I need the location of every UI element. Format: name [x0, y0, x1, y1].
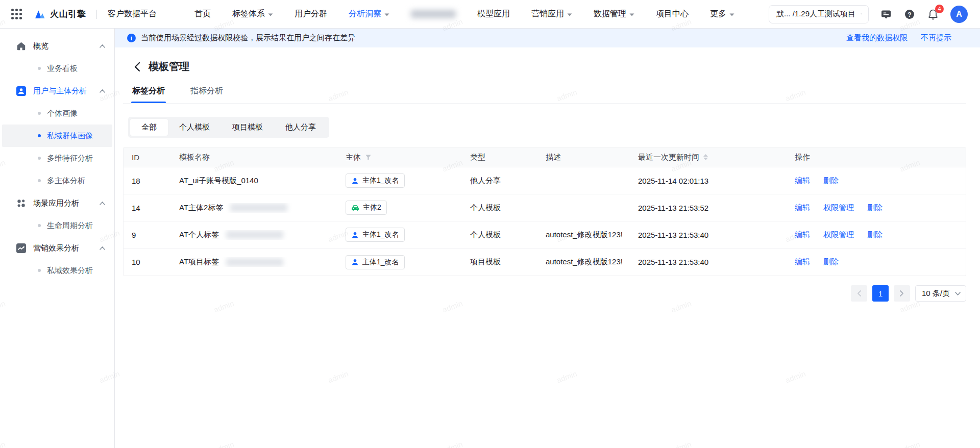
delete-link[interactable]: 删除: [823, 257, 839, 267]
chevron-down-icon: [861, 12, 862, 16]
sidebar-item[interactable]: 私域群体画像: [2, 125, 112, 147]
sidebar-item[interactable]: 多维特征分析: [2, 147, 112, 169]
sidebar-group-user[interactable]: 用户与主体分析: [0, 80, 114, 102]
redacted-text: [226, 231, 283, 239]
edit-link[interactable]: 编辑: [795, 176, 810, 186]
cell-type: 项目模板: [462, 257, 537, 267]
redacted-text: [411, 10, 456, 18]
sidebar-item[interactable]: 多主体分析: [2, 169, 112, 192]
next-page-button[interactable]: [894, 285, 910, 302]
project-selector[interactable]: 默... /1.29人工测试项目: [769, 5, 869, 23]
cell-id: 14: [124, 204, 171, 212]
table-row: 9AT个人标签主体1_改名个人模板autotest_修改模版123!2025-1…: [124, 221, 966, 248]
template-table: ID模板名称主体类型描述最近一次更新时间操作 18AT_ui子账号模版_0140…: [123, 147, 966, 276]
page-number-button[interactable]: 1: [872, 285, 889, 302]
sidebar-item-label: 生命周期分析: [47, 221, 93, 231]
filter-segment[interactable]: 项目模板: [221, 119, 274, 136]
sidebar-item-label: 个体画像: [47, 109, 78, 118]
feedback-icon[interactable]: [880, 8, 892, 20]
table-body: 18AT_ui子账号模版_0140主体1_改名他人分享2025-11-14 02…: [124, 167, 966, 276]
sidebar-item[interactable]: 个体画像: [2, 102, 112, 125]
sidebar-item-label: 多维特征分析: [47, 154, 93, 163]
column-header: 操作: [787, 153, 966, 162]
cell-id: 9: [124, 231, 171, 239]
column-header: 类型: [462, 153, 537, 162]
edit-link[interactable]: 编辑: [795, 257, 810, 267]
dismiss-banner-link[interactable]: 不再提示: [921, 33, 951, 43]
nav-right-cluster: 默... /1.29人工测试项目 ? 4 A: [769, 5, 968, 23]
sidebar-group-apps[interactable]: 场景应用分析: [0, 192, 114, 214]
platform-name: 客户数据平台: [108, 9, 157, 19]
sidebar-group-label: 概览: [33, 41, 92, 51]
redacted-text: [230, 204, 287, 212]
nav-menu: 首页标签体系用户分群分析洞察模型应用营销应用数据管理项目中心更多: [194, 9, 734, 19]
pagination: 1 10 条/页: [123, 285, 966, 302]
page-header: 模板管理: [131, 60, 966, 73]
column-header: 描述: [537, 153, 630, 162]
cell-subject: 主体2: [337, 201, 462, 215]
sidebar-item[interactable]: 私域效果分析: [2, 259, 112, 282]
filter-segment[interactable]: 他人分享: [274, 119, 327, 136]
nav-item[interactable]: 首页: [194, 9, 211, 19]
sidebar-item[interactable]: 生命周期分析: [2, 214, 112, 237]
back-button[interactable]: [131, 61, 142, 72]
sort-icon[interactable]: [703, 154, 708, 160]
cell-updated-time: 2025-11-13 21:53:40: [630, 258, 787, 266]
sidebar-item-label: 业务看板: [47, 64, 78, 73]
permission-manage-link[interactable]: 权限管理: [823, 203, 854, 213]
nav-item-redacted[interactable]: [411, 10, 456, 18]
sidebar-item-label: 私域效果分析: [47, 266, 93, 276]
sidebar-group-home[interactable]: 概览: [0, 35, 114, 57]
product-name: 火山引擎: [50, 8, 86, 20]
subject-car-icon: [351, 204, 359, 212]
sidebar-group-chart[interactable]: 营销效果分析: [0, 237, 114, 259]
edit-link[interactable]: 编辑: [795, 203, 810, 213]
bullet-icon: [38, 157, 41, 160]
nav-item[interactable]: 数据管理: [594, 9, 634, 19]
main-column: i 当前使用场景经过数据权限校验，展示结果在用户之间存在差异 查看我的数据权限 …: [115, 29, 980, 448]
cell-updated-time: 2025-11-13 21:53:52: [630, 204, 787, 212]
sidebar-group-label: 场景应用分析: [33, 198, 92, 208]
nav-item[interactable]: 用户分群: [295, 9, 327, 19]
tab[interactable]: 标签分析: [131, 79, 166, 103]
nav-item-label: 更多: [710, 9, 726, 19]
bullet-icon: [38, 112, 41, 115]
help-icon[interactable]: ?: [903, 8, 916, 20]
cell-operations: 编辑权限管理删除: [787, 230, 966, 240]
tab[interactable]: 指标分析: [189, 79, 224, 103]
nav-item[interactable]: 分析洞察: [349, 9, 389, 19]
edit-link[interactable]: 编辑: [795, 230, 810, 240]
delete-link[interactable]: 删除: [867, 203, 883, 213]
bullet-icon: [38, 224, 41, 227]
prev-page-button[interactable]: [851, 285, 867, 302]
nav-item[interactable]: 项目中心: [656, 9, 689, 19]
nav-item[interactable]: 模型应用: [477, 9, 510, 19]
delete-link[interactable]: 删除: [823, 176, 839, 186]
filter-segment[interactable]: 全部: [130, 119, 168, 136]
sidebar-item[interactable]: 业务看板: [2, 57, 112, 80]
cell-template-name: AT主体2标签: [171, 203, 337, 213]
app-launcher-icon[interactable]: [11, 9, 22, 19]
sidebar-item-label: 多主体分析: [47, 176, 85, 186]
delete-link[interactable]: 删除: [867, 230, 883, 240]
cell-template-name: AT项目标签: [171, 257, 337, 267]
page-size-select[interactable]: 10 条/页: [915, 285, 966, 302]
nav-item[interactable]: 营销应用: [531, 9, 572, 19]
project-selector-value: 默... /1.29人工测试项目: [776, 9, 855, 19]
nav-item-label: 数据管理: [594, 9, 626, 19]
page-title: 模板管理: [149, 60, 189, 73]
filter-funnel-icon[interactable]: [365, 154, 372, 161]
trend-chart-icon: [16, 243, 26, 253]
nav-item[interactable]: 标签体系: [232, 9, 273, 19]
user-avatar[interactable]: A: [950, 6, 968, 23]
page-size-value: 10 条/页: [922, 289, 950, 298]
permission-manage-link[interactable]: 权限管理: [823, 230, 854, 240]
notification-bell-icon[interactable]: 4: [927, 8, 939, 20]
cell-id: 10: [124, 258, 171, 266]
filter-segment[interactable]: 个人模板: [168, 119, 221, 136]
chevron-up-icon: [100, 89, 105, 93]
chevron-down-icon: [729, 13, 734, 16]
nav-item[interactable]: 更多: [710, 9, 734, 19]
cell-subject: 主体1_改名: [337, 255, 462, 269]
view-data-permission-link[interactable]: 查看我的数据权限: [846, 33, 908, 43]
